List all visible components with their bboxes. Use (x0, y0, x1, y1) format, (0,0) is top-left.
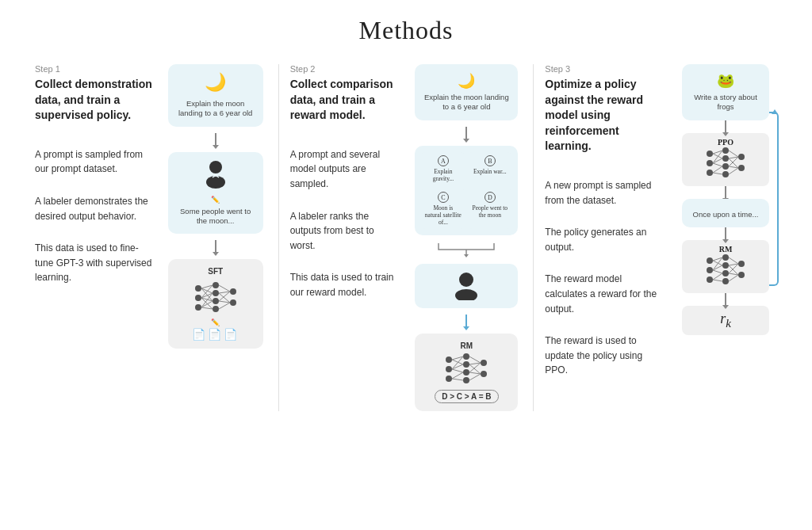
rk-label: rk (720, 311, 731, 326)
svg-point-10 (230, 299, 236, 306)
step2-prompt-box: 🌙 Explain the moon landing to a 6 year o… (415, 64, 518, 120)
step3-rm-box: RM (682, 240, 769, 293)
svg-point-33 (446, 376, 452, 382)
step-3-text: Step 3 Optimize a policy against the rew… (545, 64, 663, 411)
svg-line-66 (713, 163, 722, 166)
option-a-text: Explain gravity... (424, 168, 462, 182)
step3-prompt-box: 🐸 Write a story about frogs (682, 64, 769, 120)
step-1-col: Step 1 Collect demonstration data, and t… (24, 64, 279, 411)
step3-arrow-2 (725, 186, 726, 199)
step2-rm-box: RM (415, 334, 518, 411)
step3-output-box: Once upon a time... (682, 199, 769, 227)
svg-line-89 (713, 273, 722, 280)
step-2-title: Collect comparison data, and train a rew… (290, 77, 400, 124)
step-3-title: Optimize a policy against the reward mod… (545, 77, 663, 154)
svg-point-4 (195, 304, 201, 311)
step-1-diagram: 🌙 Explain the moon landing to a 6 year o… (164, 64, 267, 411)
step1-prompt-caption: Explain the moon landing to a 6 year old (174, 99, 257, 119)
step1-labeler-box: ✏️ Some people went to the moon... (168, 152, 263, 234)
step-3-para-1: A new prompt is sampled from the dataset… (545, 178, 663, 208)
svg-point-61 (738, 165, 745, 171)
step3-rk-box: rk (682, 306, 769, 335)
step3-arrow-4 (725, 293, 726, 306)
step2-comparison-grid: A Explain gravity... B Explain war... C … (415, 146, 518, 235)
step1-prompt-box: 🌙 Explain the moon landing to a 6 year o… (168, 64, 263, 127)
svg-point-39 (481, 371, 487, 377)
step-2-text: Step 2 Collect comparison data, and trai… (290, 64, 400, 411)
step3-prompt-caption: Write a story about frogs (688, 93, 763, 112)
svg-point-31 (446, 357, 452, 363)
svg-point-78 (722, 254, 729, 261)
step1-sft-box: SFT (168, 259, 263, 349)
svg-line-52 (469, 374, 481, 380)
step-1-para-1: A prompt is sampled from our prompt data… (35, 147, 153, 177)
arrow-2-3 (215, 240, 216, 253)
svg-point-76 (707, 267, 713, 273)
svg-line-74 (729, 168, 738, 174)
option-b-text: Explain war... (471, 168, 508, 175)
svg-point-81 (722, 278, 729, 284)
svg-point-56 (722, 147, 729, 154)
svg-point-5 (213, 282, 219, 288)
svg-point-7 (213, 298, 219, 304)
option-d-circle: D (485, 192, 496, 203)
svg-line-69 (729, 151, 738, 157)
step3-rm-label: RM (690, 245, 761, 254)
svg-point-29 (459, 273, 473, 287)
step-2-para-1: A prompt and several model outputs are s… (290, 147, 400, 192)
step2-arrow-2 (465, 315, 467, 327)
svg-point-34 (463, 353, 469, 360)
step2-labeler-box (415, 264, 518, 308)
step-2-header: Step 2 Collect comparison data, and trai… (290, 64, 400, 130)
sft-label: SFT (208, 267, 223, 276)
option-b-circle: B (485, 155, 496, 166)
step-1-para-3: This data is used to fine-tune GPT-3 wit… (35, 241, 153, 285)
step-3-col: Step 3 Optimize a policy against the rew… (534, 64, 788, 411)
svg-point-79 (722, 262, 729, 269)
svg-point-83 (738, 272, 745, 278)
svg-point-53 (707, 151, 713, 157)
svg-point-59 (722, 171, 729, 177)
step3-output-caption: Once upon a time... (693, 210, 759, 219)
comparison-options: A Explain gravity... B Explain war... C … (421, 152, 511, 229)
step-1-para-2: A labeler demonstrates the desired outpu… (35, 194, 153, 223)
moon-icon-2: 🌙 (458, 72, 475, 90)
page-title: Methods (16, 16, 796, 45)
step2-prompt-caption: Explain the moon landing to a 6 year old (421, 93, 511, 112)
svg-line-88 (713, 270, 722, 273)
step2-rm-ranking: D > C > A = B (435, 390, 498, 403)
svg-line-46 (452, 379, 463, 380)
svg-line-47 (469, 357, 481, 363)
step-2-diagram: 🌙 Explain the moon landing to a 6 year o… (411, 64, 522, 411)
comp-cell-b: B Explain war... (468, 152, 511, 185)
step3-arrow-3 (725, 227, 726, 240)
svg-point-9 (230, 288, 236, 295)
step2-bracket (415, 242, 518, 257)
steps-container: Step 1 Collect demonstration data, and t… (16, 64, 796, 411)
svg-line-26 (219, 303, 230, 309)
svg-point-58 (722, 163, 729, 170)
svg-point-6 (213, 290, 219, 296)
svg-line-91 (729, 257, 738, 264)
docs-icon: 📄📄📄 (192, 328, 239, 341)
svg-line-44 (452, 369, 463, 372)
svg-line-21 (219, 285, 230, 292)
svg-point-37 (463, 377, 469, 383)
step-3-para-2: The policy generates an output. (545, 225, 663, 254)
svg-line-68 (713, 173, 722, 174)
option-c-circle: C (438, 192, 449, 203)
step-1-label: Step 1 (35, 64, 153, 74)
svg-point-3 (195, 295, 201, 301)
step-2-col: Step 2 Collect comparison data, and trai… (279, 64, 534, 411)
svg-point-75 (707, 257, 713, 264)
svg-line-85 (713, 261, 722, 265)
step-2-para-3: This data is used to train our reward mo… (290, 270, 400, 299)
option-c-text: Moon is natural satellite of... (424, 204, 462, 226)
svg-point-8 (213, 306, 219, 312)
step-1-header: Step 1 Collect demonstration data, and t… (35, 64, 153, 130)
svg-point-77 (707, 276, 713, 283)
svg-point-80 (722, 270, 729, 276)
step-3-diagram: 🐸 Write a story about frogs PPO (674, 64, 777, 411)
ppo-label: PPO (690, 138, 761, 147)
svg-point-32 (446, 366, 452, 372)
